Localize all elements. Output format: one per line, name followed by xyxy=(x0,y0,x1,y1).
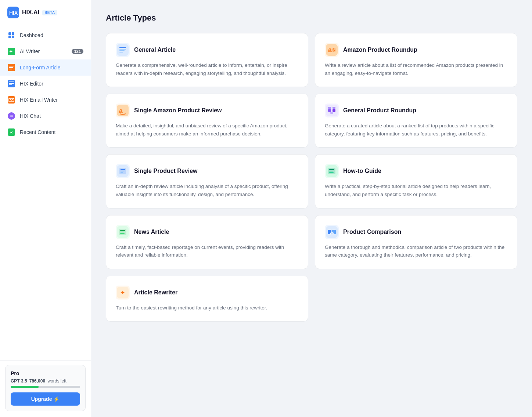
long-form-icon xyxy=(7,64,15,72)
card-header: VS Product Comparison xyxy=(325,225,507,239)
svg-rect-13 xyxy=(9,81,14,82)
sidebar-item-hix-editor[interactable]: HIX Editor xyxy=(0,76,91,92)
svg-text:HIX: HIX xyxy=(9,10,18,16)
sidebar-item-ai-writer[interactable]: ✦ AI Writer 121 xyxy=(0,43,91,59)
svg-rect-35 xyxy=(326,105,338,116)
svg-text:R: R xyxy=(10,130,13,135)
article-types-grid-2: Article Rewriter Turn to the easiest rew… xyxy=(106,276,517,322)
recent-content-label: Recent Content xyxy=(20,129,55,135)
svg-rect-44 xyxy=(121,171,124,171)
card-header: News Article xyxy=(116,225,298,239)
recent-content-icon: R xyxy=(7,128,15,136)
product-comparison-desc: Generate a thorough and methodical compa… xyxy=(325,243,507,259)
sidebar-item-hix-chat[interactable]: HIX Chat xyxy=(0,108,91,124)
general-product-roundup-title: General Product Roundup xyxy=(343,107,416,114)
card-header: Single Product Review xyxy=(116,164,298,178)
hix-email-writer-label: HIX Email Writer xyxy=(20,97,58,103)
gpt-version: GPT 3.5 xyxy=(11,378,27,384)
sidebar-item-recent-content[interactable]: R Recent Content xyxy=(0,124,91,140)
sidebar-item-long-form-article[interactable]: Long-Form Article xyxy=(0,59,91,76)
ai-writer-label: AI Writer xyxy=(20,48,40,54)
dashboard-icon xyxy=(7,31,15,39)
svg-rect-55 xyxy=(120,233,125,234)
svg-rect-15 xyxy=(9,84,12,85)
long-form-article-label: Long-Form Article xyxy=(20,65,60,70)
svg-rect-10 xyxy=(9,67,13,68)
card-single-amazon-product-review[interactable]: a Single Amazon Product Review Make a de… xyxy=(106,94,308,148)
card-amazon-product-roundup[interactable]: a$ Amazon Product Roundup Write a review… xyxy=(315,33,517,87)
svg-rect-39 xyxy=(332,107,335,109)
svg-rect-37 xyxy=(332,109,335,112)
svg-point-21 xyxy=(12,116,13,117)
card-single-product-review[interactable]: Single Product Review Craft an in-depth … xyxy=(106,154,308,208)
card-header: How-to Guide xyxy=(325,164,507,178)
single-amazon-desc: Make a detailed, insightful, and unbiase… xyxy=(116,122,298,138)
svg-rect-40 xyxy=(330,112,333,114)
hix-logo-icon: HIX xyxy=(7,7,19,18)
progress-bar-fill xyxy=(11,386,39,388)
svg-rect-26 xyxy=(119,49,126,50)
svg-point-19 xyxy=(10,116,11,117)
dashboard-label: Dashboad xyxy=(20,32,43,38)
svg-rect-45 xyxy=(121,172,123,173)
ai-writer-badge: 121 xyxy=(72,49,83,54)
article-types-grid: General Article Generate a comprehensive… xyxy=(106,33,517,269)
single-product-review-desc: Craft an in-depth review article includi… xyxy=(116,182,298,198)
svg-rect-43 xyxy=(121,169,125,170)
svg-rect-24 xyxy=(117,44,129,56)
general-product-roundup-desc: Generate a curated article about a ranke… xyxy=(325,122,507,138)
svg-text:a: a xyxy=(328,46,332,54)
how-to-guide-title: How-to Guide xyxy=(343,168,381,174)
svg-rect-28 xyxy=(119,52,123,52)
main-content: Article Types General Article Generate a… xyxy=(91,0,532,417)
how-to-icon xyxy=(325,164,339,178)
svg-text:$: $ xyxy=(332,48,335,52)
single-amazon-icon: a xyxy=(116,104,130,117)
card-product-comparison[interactable]: VS Product Comparison Generate a thoroug… xyxy=(315,215,517,269)
card-general-product-roundup[interactable]: General Product Roundup Generate a curat… xyxy=(315,94,517,148)
single-amazon-title: Single Amazon Product Review xyxy=(134,107,222,114)
card-header: Article Rewriter xyxy=(116,286,298,300)
card-header: a Single Amazon Product Review xyxy=(116,104,298,117)
logo-text: HIX.AI xyxy=(22,9,39,16)
svg-rect-4 xyxy=(8,36,11,38)
general-article-desc: Generate a comprehensive, well-rounded a… xyxy=(116,61,298,77)
news-article-desc: Craft a timely, fact-based reportage on … xyxy=(116,243,298,259)
svg-text:✦: ✦ xyxy=(9,49,13,54)
sidebar-nav: Dashboad ✦ AI Writer 121 Long-Form Artic… xyxy=(0,24,91,356)
svg-rect-53 xyxy=(120,230,125,231)
pro-box: Pro GPT 3.5 786,000 words left Upgrade ⚡ xyxy=(5,365,86,411)
svg-rect-54 xyxy=(120,232,124,232)
card-general-article[interactable]: General Article Generate a comprehensive… xyxy=(106,33,308,87)
sidebar-divider xyxy=(0,360,91,360)
svg-rect-3 xyxy=(12,32,14,35)
page-title: Article Types xyxy=(106,13,517,23)
svg-rect-50 xyxy=(329,172,334,173)
svg-rect-49 xyxy=(329,171,333,171)
card-news-article[interactable]: News Article Craft a timely, fact-based … xyxy=(106,215,308,269)
article-rewriter-desc: Turn to the easiest rewriting method for… xyxy=(116,304,298,312)
hix-chat-icon xyxy=(7,112,15,120)
hix-editor-icon xyxy=(7,80,15,88)
product-comparison-icon: VS xyxy=(325,225,339,239)
general-article-title: General Article xyxy=(134,47,176,53)
card-article-rewriter[interactable]: Article Rewriter Turn to the easiest rew… xyxy=(106,276,308,322)
sidebar-item-hix-email-writer[interactable]: HIX Email Writer xyxy=(0,92,91,108)
svg-rect-38 xyxy=(328,107,331,109)
card-header: General Product Roundup xyxy=(325,104,507,117)
amazon-roundup-desc: Write a review article about a list of r… xyxy=(325,61,507,77)
amazon-roundup-icon: a$ xyxy=(325,43,339,57)
gpt-row: GPT 3.5 786,000 words left xyxy=(11,378,80,384)
news-article-title: News Article xyxy=(134,229,169,235)
card-header: a$ Amazon Product Roundup xyxy=(325,43,507,57)
card-how-to-guide[interactable]: How-to Guide Write a practical, step-by-… xyxy=(315,154,517,208)
how-to-guide-desc: Write a practical, step-by-step tutorial… xyxy=(325,182,507,198)
svg-point-20 xyxy=(11,116,12,117)
logo: HIX HIX.AI BETA xyxy=(0,0,91,24)
single-product-review-title: Single Product Review xyxy=(134,168,197,174)
upgrade-button[interactable]: Upgrade ⚡ xyxy=(11,392,80,406)
svg-text:a: a xyxy=(119,107,123,115)
svg-rect-36 xyxy=(328,109,331,112)
sidebar-item-dashboard[interactable]: Dashboad xyxy=(0,27,91,43)
words-count: 786,000 words left xyxy=(29,378,66,384)
